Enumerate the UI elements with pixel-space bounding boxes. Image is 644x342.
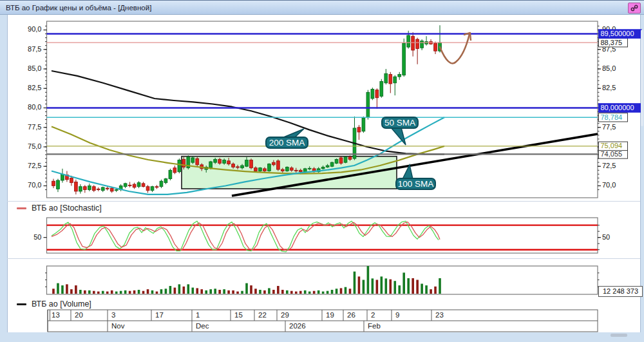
chart-client-area	[7, 15, 641, 332]
chart-window: ВТБ ао График цены и объёма - [Дневной] …	[0, 0, 644, 342]
volume-last-value: 12 248 373	[598, 286, 643, 297]
horizontal-scrollbar-thumb[interactable]	[611, 334, 627, 337]
link-mode-button[interactable]	[628, 3, 641, 14]
callout-200-sma[interactable]: 200 SMA	[265, 137, 308, 149]
window-titlebar[interactable]: ВТБ ао График цены и объёма - [Дневной]	[0, 1, 644, 15]
volume-legend-dash-icon	[17, 303, 26, 305]
callout-50-sma[interactable]: 50 SMA	[381, 117, 419, 129]
stochastic-legend-label: ВТБ ао [Stochastic]	[32, 204, 102, 213]
callout-50-sma-label: 50 SMA	[384, 118, 415, 128]
volume-legend[interactable]: ВТБ ао [Volume]	[17, 299, 91, 309]
window-title: ВТБ ао График цены и объёма - [Дневной]	[6, 4, 151, 12]
callout-200-sma-label: 200 SMA	[269, 138, 305, 147]
link-icon	[630, 5, 638, 12]
callout-100-sma-label: 100 SMA	[398, 179, 434, 189]
volume-legend-label: ВТБ ао [Volume]	[32, 299, 91, 309]
stochastic-legend-dash-icon	[17, 207, 26, 209]
vertical-scrollbar-thumb[interactable]	[641, 30, 643, 126]
stochastic-legend[interactable]: ВТБ ао [Stochastic]	[17, 204, 102, 213]
callout-100-sma[interactable]: 100 SMA	[395, 178, 436, 190]
